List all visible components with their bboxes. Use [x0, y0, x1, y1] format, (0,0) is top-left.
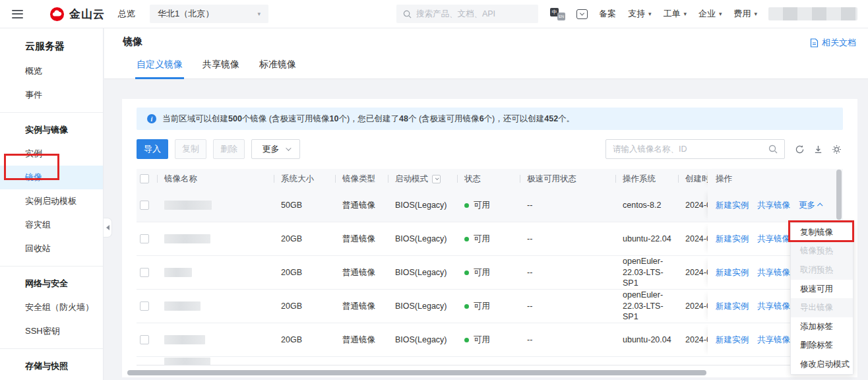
menu-item-5[interactable]: 添加标签 [791, 317, 853, 336]
image-type-cell: 普通镜像 [335, 323, 388, 356]
row-checkbox[interactable] [140, 268, 149, 277]
row-action-create-instance-link[interactable]: 新建实例 [716, 301, 749, 312]
document-icon [810, 38, 819, 48]
image-name-cell [157, 323, 274, 356]
page-title: 镜像 [123, 36, 142, 48]
settings-gear-icon[interactable] [832, 144, 842, 154]
tab-0[interactable]: 自定义镜像 [137, 59, 183, 79]
vertical-scrollbar-thumb[interactable] [836, 170, 842, 220]
download-icon[interactable] [813, 144, 823, 154]
horizontal-scrollbar-thumb[interactable] [127, 370, 706, 375]
chevron-down-icon: ▾ [648, 11, 652, 17]
row-checkbox[interactable] [140, 335, 149, 344]
row-action-share-image-link[interactable]: 共享镜像 [757, 301, 790, 312]
sidebar-item-disaster-recovery[interactable]: 容灾组 [0, 213, 103, 237]
cell-value: 50GB [281, 201, 302, 210]
hamburger-menu-icon[interactable] [12, 10, 23, 18]
status-cell: 可用 [457, 323, 520, 356]
sidebar-item-events[interactable]: 事件 [0, 83, 103, 107]
navbar-menu-item[interactable]: 工单▾ [663, 8, 687, 20]
more-button[interactable]: 更多 [251, 139, 300, 159]
navbar-menu-item[interactable]: 备案 [599, 8, 616, 20]
region-selector[interactable]: 华北1（北京） ▾ [150, 5, 268, 23]
sidebar-collapse-handle[interactable] [104, 218, 112, 238]
row-action-create-instance-link[interactable]: 新建实例 [716, 234, 749, 245]
sidebar-item-security-groups[interactable]: 安全组（防火墙） [0, 296, 103, 319]
status-dot-icon [464, 203, 469, 208]
search-icon[interactable] [768, 144, 778, 154]
select-all-checkbox[interactable] [140, 174, 149, 183]
global-search [396, 5, 538, 23]
column-header-c4: 启动模式 [388, 169, 457, 189]
menu-item-3[interactable]: 极速可用 [791, 280, 853, 299]
delete-button[interactable]: 删除 [213, 139, 245, 159]
column-header-c6: 极速可用状态 [520, 169, 615, 189]
column-header-c2: 系统大小 [274, 169, 335, 189]
sidebar-item-recycle-bin[interactable]: 回收站 [0, 237, 103, 261]
quota-text-segment: 48 [399, 114, 408, 123]
boot-mode-filter-icon[interactable] [432, 175, 441, 183]
sidebar-item-instances[interactable]: 实例 [0, 142, 103, 166]
image-type-cell: 普通镜像 [335, 256, 388, 289]
brand-logo[interactable]: 金山云 [49, 7, 105, 22]
cell-value: 普通镜像 [342, 200, 375, 211]
sidebar-item-launch-templates[interactable]: 实例启动模板 [0, 189, 103, 213]
status-cell: 可用 [457, 256, 520, 289]
toolbar-right [605, 139, 843, 159]
nav-overview-link[interactable]: 总览 [118, 8, 135, 20]
sidebar-item-images[interactable]: 镜像 [0, 166, 103, 189]
row-action-create-instance-link[interactable]: 新建实例 [716, 267, 749, 278]
cell-value: BIOS(Legacy) [395, 268, 447, 277]
row-select-cell [137, 189, 157, 222]
import-button[interactable]: 导入 [137, 139, 168, 159]
row-checkbox[interactable] [140, 201, 149, 210]
menu-item-7[interactable]: 修改启动模式 [791, 355, 853, 374]
boot-mode-cell: BIOS(Legacy) [388, 323, 457, 356]
row-action-create-instance-link[interactable]: 新建实例 [716, 200, 749, 211]
image-search-input[interactable] [613, 144, 768, 154]
copy-button[interactable]: 复制 [175, 139, 206, 159]
row-action-share-image-link[interactable]: 共享镜像 [757, 234, 790, 245]
cell-value: BIOS(Legacy) [395, 201, 447, 210]
message-icon[interactable] [576, 9, 588, 19]
navbar-menu-item[interactable]: 费用▾ [733, 8, 757, 20]
cell-value: 20GB [281, 234, 302, 243]
table-body: 50GB普通镜像BIOS(Legacy)可用--centos-8.22024-0… [137, 189, 843, 365]
account-name-redacted[interactable] [768, 7, 857, 20]
row-action-share-image-link[interactable]: 共享镜像 [757, 334, 790, 346]
menu-item-6[interactable]: 删除标签 [791, 336, 853, 356]
os-cell: openEuler-22.03-LTS-SP1 [615, 256, 678, 289]
row-checkbox[interactable] [140, 234, 149, 243]
redacted-image-name [164, 358, 210, 365]
sidebar-item-ssh-keys[interactable]: SSH密钥 [0, 319, 103, 343]
sidebar-section-header: 实例与镜像 [0, 118, 103, 142]
row-action-more-link[interactable]: 更多 [799, 200, 822, 211]
column-header-c3: 镜像类型 [335, 169, 388, 189]
menu-item-2: 取消预热 [791, 261, 853, 280]
related-docs-link[interactable]: 相关文档 [810, 37, 856, 49]
sidebar: 云服务器 概览事件实例与镜像实例镜像实例启动模板容灾组回收站网络与安全安全组（防… [0, 28, 104, 380]
row-action-share-image-link[interactable]: 共享镜像 [757, 200, 790, 211]
cell-value: openEuler-22.03-LTS-SP1 [623, 256, 678, 289]
global-search-input[interactable] [416, 9, 532, 18]
row-action-create-instance-link[interactable]: 新建实例 [716, 334, 749, 346]
sidebar-item-overview[interactable]: 概览 [0, 59, 103, 83]
tab-1[interactable]: 共享镜像 [202, 59, 239, 79]
row-action-share-image-link[interactable]: 共享镜像 [757, 267, 790, 278]
info-icon: i [147, 114, 156, 123]
tab-2[interactable]: 标准镜像 [259, 59, 296, 79]
language-switch-icon[interactable]: 中EN [550, 8, 565, 20]
system-size-cell: 20GB [274, 323, 335, 356]
menu-item-4: 导出镜像 [791, 298, 853, 317]
image-search-box [605, 139, 785, 159]
refresh-icon[interactable] [795, 144, 805, 154]
header-select-cell [137, 169, 157, 189]
row-checkbox[interactable] [140, 301, 149, 311]
navbar-menu-item[interactable]: 支持▾ [628, 8, 652, 20]
table-row: 20GB普通镜像BIOS(Legacy)可用--openEuler-22.03-… [137, 290, 843, 323]
row-select-cell [137, 256, 157, 289]
column-header-label: 操作 [716, 174, 732, 185]
status-label: 可用 [474, 267, 490, 278]
menu-item-0[interactable]: 复制镜像 [791, 223, 853, 242]
navbar-menu-item[interactable]: 企业▾ [698, 8, 722, 20]
